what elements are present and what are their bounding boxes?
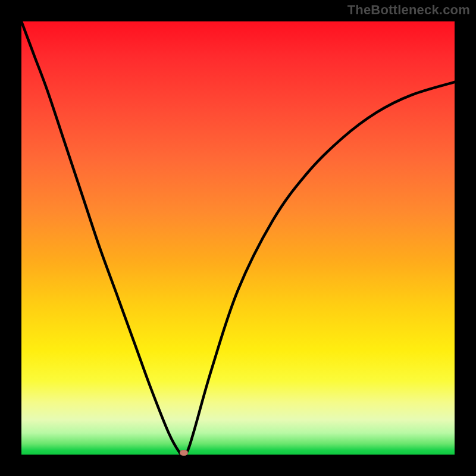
chart-frame: TheBottleneck.com — [0, 0, 476, 476]
watermark-text: TheBottleneck.com — [347, 2, 470, 18]
bottleneck-curve — [21, 21, 455, 455]
minimum-point-marker — [180, 450, 188, 456]
plot-area — [21, 21, 455, 455]
